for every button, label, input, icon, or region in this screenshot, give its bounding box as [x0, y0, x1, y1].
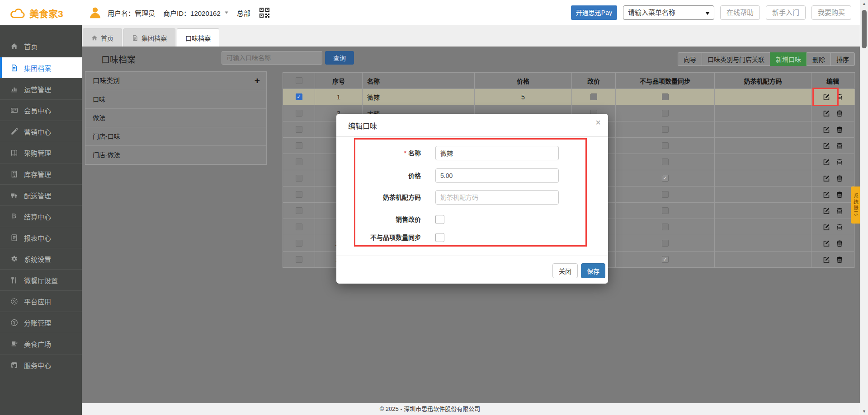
- row-select-checkbox[interactable]: ✓: [296, 93, 302, 100]
- tab-口味档案[interactable]: 口味档案: [177, 28, 219, 47]
- no-sync-checkbox[interactable]: [662, 207, 669, 214]
- category-item-口味[interactable]: 口味: [85, 90, 266, 109]
- toolbar-button-新增口味[interactable]: 新增口味: [770, 52, 807, 66]
- row-select-checkbox[interactable]: [296, 175, 302, 182]
- sidebar-item-美食广场[interactable]: 美食广场: [0, 333, 82, 354]
- row-select-checkbox[interactable]: [296, 110, 302, 117]
- edit-icon[interactable]: [823, 207, 830, 214]
- add-category-button[interactable]: +: [255, 72, 260, 90]
- edit-icon[interactable]: [823, 191, 830, 198]
- no-sync-checkbox[interactable]: [662, 93, 669, 100]
- no-sync-checkbox[interactable]: [662, 191, 669, 198]
- name-field[interactable]: [435, 146, 559, 160]
- open-sixun-pay-button[interactable]: 开通思迅Pay: [571, 5, 617, 20]
- select-all-checkbox[interactable]: [296, 77, 302, 84]
- menu-search-select[interactable]: 请输入菜单名称: [623, 5, 714, 20]
- edit-icon[interactable]: [823, 240, 830, 247]
- delete-icon[interactable]: [836, 224, 843, 231]
- top-header-bar: 美食家3 用户名：管理员 商户ID：12020162 总部 开通思迅Pay 请输…: [0, 0, 868, 25]
- toolbar-button-删除[interactable]: 删除: [807, 52, 831, 66]
- sidebar-item-采购管理[interactable]: 采购管理: [0, 142, 82, 163]
- sidebar-item-集团档案[interactable]: 集团档案: [0, 57, 82, 78]
- price-field[interactable]: [435, 168, 559, 183]
- sidebar-item-平台应用[interactable]: 平台应用: [0, 290, 82, 312]
- reprice-checkbox[interactable]: [590, 93, 597, 100]
- delete-icon[interactable]: [836, 256, 843, 263]
- qr-code-icon[interactable]: [259, 7, 270, 19]
- sidebar-item-分账管理[interactable]: 分账管理: [0, 312, 82, 333]
- online-help-button[interactable]: 在线帮助: [720, 5, 760, 20]
- beginner-guide-button[interactable]: 新手入门: [766, 5, 806, 20]
- edit-icon[interactable]: [823, 110, 830, 117]
- delete-icon[interactable]: [836, 240, 843, 247]
- delete-icon[interactable]: [836, 191, 843, 198]
- tab-首页[interactable]: 首页: [83, 28, 122, 47]
- category-item-门店-做法[interactable]: 门店-做法: [85, 146, 266, 164]
- toolbar-button-排序[interactable]: 排序: [830, 52, 855, 66]
- row-select-checkbox[interactable]: [296, 142, 302, 149]
- row-select-checkbox[interactable]: [296, 191, 302, 198]
- delete-icon[interactable]: [836, 126, 843, 133]
- toolbar-button-口味类别与门店关联[interactable]: 口味类别与门店关联: [702, 52, 770, 66]
- sidebar-item-会员中心[interactable]: 会员中心: [0, 99, 82, 121]
- system-tips-tab[interactable]: 系统提示: [851, 187, 860, 224]
- edit-icon[interactable]: [823, 159, 830, 166]
- scrollbar-thumb[interactable]: [862, 10, 867, 48]
- category-item-做法[interactable]: 做法: [85, 109, 266, 127]
- sidebar-item-配送管理[interactable]: 配送管理: [0, 184, 82, 205]
- row-select-checkbox[interactable]: [296, 224, 302, 230]
- modal-close-button[interactable]: 关闭: [552, 263, 578, 278]
- sidebar-item-营销中心[interactable]: 营销中心: [0, 121, 82, 142]
- delete-icon[interactable]: [836, 142, 843, 149]
- modal-save-button[interactable]: 保存: [581, 263, 605, 278]
- recipe-code-field[interactable]: [435, 190, 559, 205]
- scrollbar-down-arrow[interactable]: ▼: [860, 409, 868, 414]
- no-sync-checkbox[interactable]: [662, 159, 669, 165]
- row-select-checkbox[interactable]: [296, 207, 302, 214]
- edit-icon[interactable]: [823, 126, 830, 133]
- edit-flavor-modal: 编辑口味 × *名称 价格 奶茶机配方码 销售改价 不与品项数量同步 关闭 保存: [336, 114, 608, 284]
- category-item-门店-口味[interactable]: 门店-口味: [85, 127, 266, 146]
- modal-close-icon[interactable]: ×: [595, 118, 601, 127]
- no-sync-checkbox[interactable]: [662, 142, 669, 149]
- no-sync-checkbox[interactable]: [662, 240, 669, 247]
- row-select-checkbox[interactable]: [296, 240, 302, 247]
- flavor-search-input[interactable]: [222, 51, 322, 65]
- toolbar-button-向导[interactable]: 向导: [678, 52, 702, 66]
- search-button[interactable]: 查询: [325, 51, 354, 65]
- tab-集团档案[interactable]: 集团档案: [123, 28, 175, 47]
- edit-icon[interactable]: [823, 224, 830, 231]
- no-sync-checkbox[interactable]: ✓: [662, 175, 669, 182]
- no-sync-checkbox[interactable]: [662, 224, 669, 230]
- sidebar-item-label: 平台应用: [24, 297, 51, 306]
- delete-icon[interactable]: [836, 207, 843, 214]
- edit-icon[interactable]: [823, 142, 830, 149]
- no-sync-checkbox[interactable]: ✓: [662, 256, 669, 263]
- no-sync-checkbox[interactable]: [435, 233, 444, 242]
- sidebar-item-系统设置[interactable]: 系统设置: [0, 248, 82, 269]
- delete-icon[interactable]: [836, 159, 843, 166]
- edit-icon[interactable]: [823, 175, 830, 182]
- recipe-code: [715, 235, 811, 252]
- edit-icon[interactable]: [823, 256, 830, 263]
- sidebar-item-微餐厅设置[interactable]: 微餐厅设置: [0, 269, 82, 290]
- purchase-button[interactable]: 我要购买: [811, 5, 851, 20]
- row-select-checkbox[interactable]: [296, 126, 302, 133]
- row-select-checkbox[interactable]: [296, 159, 302, 165]
- row-select-checkbox[interactable]: [296, 256, 302, 263]
- no-sync-checkbox[interactable]: [662, 110, 669, 117]
- no-sync-checkbox[interactable]: [662, 126, 669, 133]
- sidebar-item-结算中心[interactable]: 结算中心: [0, 205, 82, 227]
- delete-icon[interactable]: [836, 110, 843, 117]
- pencil-icon: [10, 128, 18, 135]
- vertical-scrollbar[interactable]: ▲ ▼: [860, 0, 868, 415]
- scrollbar-up-arrow[interactable]: ▲: [860, 1, 868, 6]
- merchant-id-dropdown[interactable]: 商户ID：12020162: [163, 8, 229, 18]
- sidebar-item-服务中心[interactable]: 服务中心: [0, 354, 82, 375]
- sale-reprice-checkbox[interactable]: [435, 215, 444, 224]
- sidebar-item-首页[interactable]: 首页: [0, 36, 82, 57]
- sidebar-item-运营管理[interactable]: 运营管理: [0, 78, 82, 99]
- sidebar-item-库存管理[interactable]: 库存管理: [0, 163, 82, 184]
- delete-icon[interactable]: [836, 175, 843, 182]
- sidebar-item-报表中心[interactable]: 报表中心: [0, 227, 82, 248]
